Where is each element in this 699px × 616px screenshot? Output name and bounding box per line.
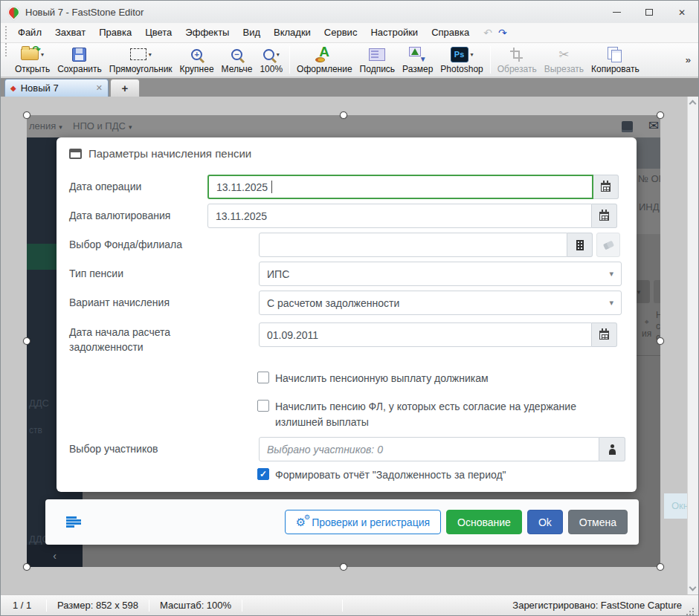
debt-start-label: Дата начала расчета задолженности — [69, 322, 259, 354]
value-date-calendar-button[interactable] — [592, 204, 617, 228]
pension-type-select[interactable]: ИПС — [259, 262, 622, 286]
debt-start-input[interactable] — [259, 322, 592, 347]
rectangle-select-button[interactable]: Прямоугольник — [106, 43, 176, 77]
dialog-title: Параметры начисления пенсии — [88, 147, 251, 160]
menu-view[interactable]: Вид — [236, 23, 267, 42]
menu-help[interactable]: Справка — [425, 23, 476, 42]
gears-icon — [296, 516, 306, 528]
decorate-button[interactable]: A Оформление — [293, 43, 355, 77]
bg-table-header: ия Н с с — [635, 310, 660, 356]
bg-nav-item-left: ления — [29, 120, 62, 132]
zoom-out-icon: − — [231, 49, 242, 60]
selection-handle-mid-right[interactable] — [657, 337, 664, 345]
selection-handle-top-mid[interactable] — [340, 111, 347, 119]
resize-grip[interactable] — [686, 602, 694, 609]
copy-button[interactable]: Копировать — [587, 43, 643, 77]
selection-handle-top-right[interactable] — [657, 111, 664, 119]
cancel-button[interactable]: Отмена — [568, 510, 628, 534]
tab-close-icon[interactable] — [96, 83, 103, 93]
selection-handle-bottom-right[interactable] — [657, 563, 664, 571]
zoom-indicator: Масштаб: 100% — [151, 600, 240, 611]
zoom-in-button[interactable]: + Крупнее — [176, 43, 218, 77]
fund-input[interactable] — [259, 233, 567, 257]
accrue-consent-label: Начислить пенсию ФЛ, у которых есть согл… — [275, 399, 622, 430]
zoom-dropdown-caret[interactable] — [277, 51, 280, 58]
maximize-button[interactable] — [633, 1, 666, 23]
vertical-scrollbar[interactable] — [687, 97, 698, 594]
nav-caret-icon — [59, 123, 62, 131]
photoshop-dropdown-caret[interactable] — [471, 51, 474, 58]
new-tab-button[interactable]: + — [110, 79, 140, 97]
title-bar: Новый 7 - FastStone Editor — [1, 1, 698, 23]
menu-capture[interactable]: Захват — [48, 23, 92, 42]
check-register-button[interactable]: Проверки и регистрация — [285, 510, 441, 534]
op-date-input[interactable] — [207, 175, 593, 199]
accrue-debtors-label: Начислить пенсионную выплату должникам — [275, 371, 489, 386]
menu-bar: Файл Захват Правка Цвета Эффекты Вид Вкл… — [1, 23, 698, 43]
bg-button-fragment — [654, 280, 660, 303]
resize-button[interactable]: Размер — [399, 43, 437, 77]
captured-image[interactable]: ления НПО и ПДС № ОП ИНД ия Н с с ДДС ст… — [27, 115, 660, 567]
value-date-input[interactable] — [207, 204, 592, 228]
participants-input[interactable] — [259, 437, 599, 461]
ok-button[interactable]: Ok — [527, 510, 563, 534]
tab-new7[interactable]: Новый 7 — [4, 79, 109, 97]
dialog-window-icon — [69, 149, 82, 159]
accrual-variant-select[interactable]: С расчетом задолженности — [259, 291, 622, 315]
redo-icon[interactable] — [498, 27, 507, 39]
caption-button[interactable]: Подпись — [356, 43, 399, 77]
participants-picker-button[interactable] — [599, 437, 625, 461]
scroll-up-icon[interactable] — [689, 100, 697, 108]
accrue-debtors-checkbox[interactable] — [257, 372, 269, 383]
op-date-calendar-button[interactable] — [593, 175, 619, 199]
editor-canvas[interactable]: ления НПО и ПДС № ОП ИНД ия Н с с ДДС ст… — [1, 97, 698, 594]
nav-caret-icon2 — [129, 123, 132, 131]
debt-start-calendar-button[interactable] — [592, 322, 617, 347]
pension-type-label: Тип пенсии — [69, 262, 259, 286]
main-toolbar: Открыть Сохранить Прямоугольник + Крупне… — [1, 43, 698, 77]
undo-icon[interactable] — [483, 27, 492, 39]
bg-col-header-ind: ИНД — [639, 201, 660, 213]
image-size-indicator: Размер: 852 x 598 — [48, 600, 147, 611]
menu-effects[interactable]: Эффекты — [178, 23, 236, 42]
zoom-100-button[interactable]: 100% — [256, 43, 286, 77]
accrue-consent-checkbox[interactable] — [257, 400, 269, 412]
selection-handle-mid-left[interactable] — [23, 337, 30, 345]
window-title: Новый 7 - FastStone Editor — [25, 7, 144, 18]
photoshop-button[interactable]: Photoshop — [437, 43, 486, 77]
menu-colors[interactable]: Цвета — [138, 23, 178, 42]
rectangle-dropdown-caret[interactable] — [149, 51, 152, 58]
bg-col-header-op: № ОП — [638, 173, 660, 184]
scroll-down-icon[interactable] — [689, 584, 697, 591]
close-icon — [678, 5, 686, 19]
bg-band — [637, 137, 660, 169]
menu-settings[interactable]: Настройки — [364, 23, 425, 42]
tab-label: Новый 7 — [21, 82, 59, 94]
save-button[interactable]: Сохранить — [54, 43, 106, 77]
menu-file[interactable]: Файл — [11, 23, 48, 42]
scissors-icon — [558, 47, 569, 62]
status-bar: 1 / 1 Размер: 852 x 598 Масштаб: 100% За… — [1, 594, 698, 615]
fund-picker-button[interactable] — [567, 233, 593, 257]
list-menu-icon[interactable] — [66, 516, 81, 528]
basis-button[interactable]: Основание — [446, 510, 522, 534]
menu-tabs[interactable]: Вкладки — [267, 23, 318, 42]
close-button[interactable] — [666, 1, 698, 23]
open-dropdown-caret[interactable] — [41, 51, 44, 58]
open-button[interactable]: Открыть — [11, 43, 54, 77]
status-separator3 — [242, 600, 242, 612]
minimize-button[interactable] — [600, 1, 633, 23]
selection-handle-bottom-mid[interactable] — [340, 563, 347, 571]
calendar-icon2 — [599, 212, 609, 221]
report-checkbox[interactable] — [257, 468, 269, 480]
save-floppy-icon — [72, 48, 86, 62]
menu-service[interactable]: Сервис — [318, 23, 364, 42]
accrual-variant-label: Вариант начисления — [69, 291, 259, 315]
selection-handle-bottom-left[interactable] — [23, 563, 30, 571]
value-date-label: Дата валютирования — [69, 204, 207, 228]
selection-handle-top-left[interactable] — [23, 111, 30, 119]
menu-edit[interactable]: Правка — [92, 23, 138, 42]
zoom-out-button[interactable]: − Мельче — [218, 43, 257, 77]
toolbar-overflow-button[interactable] — [678, 54, 698, 65]
crop-button: Обрезать — [494, 43, 541, 77]
